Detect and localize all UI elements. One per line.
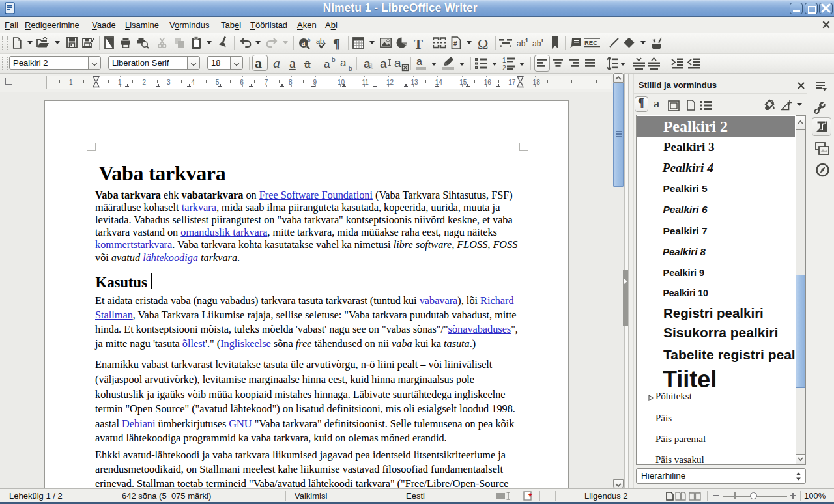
svg-text:a: a [340, 57, 347, 69]
svg-text:i: i [541, 38, 543, 44]
svg-text:a: a [380, 57, 387, 70]
svg-text:1: 1 [525, 38, 528, 44]
svg-text:b: b [308, 37, 311, 43]
svg-text:a: a [364, 57, 371, 70]
svg-text:*: * [528, 491, 532, 501]
svg-text:a: a [416, 56, 422, 67]
svg-text:a: a [324, 58, 330, 70]
svg-text:ab: ab [532, 39, 541, 48]
svg-text:1: 1 [502, 57, 506, 64]
svg-text:b: b [349, 65, 352, 72]
svg-text:2: 2 [502, 64, 506, 72]
svg-text:a: a [302, 38, 306, 48]
svg-text:b: b [332, 56, 336, 63]
svg-text:ab: ab [316, 37, 324, 45]
svg-text:REC: REC [584, 39, 597, 46]
svg-text:ab: ab [517, 39, 526, 48]
svg-text:#: # [453, 40, 457, 48]
svg-text:a: a [394, 56, 401, 70]
